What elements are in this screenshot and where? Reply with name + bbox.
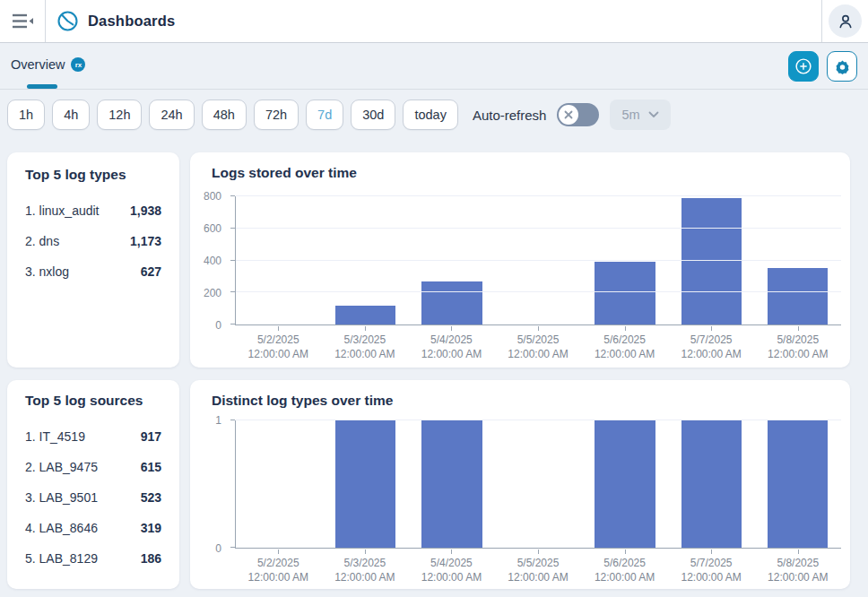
- y-tick-mark: [230, 228, 235, 229]
- bar[interactable]: [421, 281, 482, 324]
- range-button-1h[interactable]: 1h: [7, 100, 45, 130]
- bar-slot: [495, 196, 581, 324]
- y-tick-mark: [230, 291, 235, 292]
- autorefresh-label: Auto-refresh: [473, 108, 547, 123]
- x-tick-label: 5/5/202512:00:00 AM: [495, 549, 582, 584]
- y-tick-mark: [230, 420, 235, 420]
- user-icon: [836, 12, 855, 31]
- user-menu-button[interactable]: [829, 4, 862, 38]
- x-tick-label: 5/2/202512:00:00 AM: [235, 549, 322, 584]
- item-label: 3. LAB_9501: [25, 490, 98, 505]
- x-tick-label: 5/3/202512:00:00 AM: [322, 326, 409, 361]
- sidebar-collapse-button[interactable]: [0, 0, 46, 42]
- bar-slot: [409, 196, 495, 324]
- widget-top-log-sources: Top 5 log sources 1. IT_4519 917 2. LAB_…: [7, 380, 179, 589]
- range-button-48h[interactable]: 48h: [202, 100, 247, 130]
- item-label: 4. LAB_8646: [25, 521, 98, 535]
- y-tick-label: 0: [215, 542, 221, 555]
- chevron-down-icon: [648, 111, 659, 118]
- x-tick-label: 5/6/202512:00:00 AM: [581, 326, 668, 361]
- header-user-area: [821, 0, 868, 42]
- tab-overview-badge: rx: [71, 57, 85, 72]
- list-item: 5. LAB_8129 186: [25, 551, 161, 569]
- y-tick-label: 800: [204, 190, 221, 203]
- tab-overview-label: Overview: [11, 57, 65, 72]
- bar[interactable]: [768, 420, 828, 548]
- x-tick-label: 5/4/202512:00:00 AM: [408, 326, 495, 361]
- range-button-7d[interactable]: 7d: [306, 100, 343, 130]
- add-widget-button[interactable]: [788, 51, 819, 82]
- bar[interactable]: [421, 420, 482, 548]
- x-tick-label: 5/3/202512:00:00 AM: [322, 549, 409, 584]
- list-item: 3. nxlog 627: [25, 264, 161, 282]
- gridline: [236, 195, 841, 196]
- bar[interactable]: [768, 268, 828, 324]
- gridline: [236, 260, 841, 261]
- y-axis: 01: [190, 420, 230, 549]
- x-tick-label: 5/2/202512:00:00 AM: [235, 326, 322, 361]
- widget-logs-stored-over-time: Logs stored over time 0200400600800 5/2/…: [190, 152, 850, 368]
- gridline: [236, 228, 841, 229]
- item-value: 319: [141, 521, 161, 535]
- item-label: 5. LAB_8129: [25, 551, 98, 566]
- chart-bars: [236, 420, 841, 548]
- y-tick-label: 600: [204, 222, 221, 235]
- bar[interactable]: [595, 262, 655, 324]
- refresh-interval-select[interactable]: 5m: [610, 100, 670, 130]
- bar-slot: [322, 196, 408, 324]
- gridline: [236, 420, 841, 420]
- bar[interactable]: [595, 420, 655, 548]
- y-axis: 0200400600800: [190, 196, 230, 325]
- range-button-today[interactable]: today: [403, 100, 457, 130]
- y-tick-mark: [230, 547, 235, 548]
- widget-title: Top 5 log sources: [25, 393, 161, 409]
- autorefresh-toggle[interactable]: [557, 103, 599, 126]
- chart-plot-area: [235, 420, 841, 549]
- bar-slot: [236, 196, 322, 324]
- y-tick-label: 400: [204, 255, 221, 267]
- dashboards-pie-icon: [56, 10, 79, 32]
- item-value: 615: [141, 460, 161, 474]
- bar[interactable]: [335, 420, 395, 548]
- item-value: 917: [141, 429, 161, 444]
- bar-slot: [582, 420, 668, 548]
- x-axis-labels: 5/2/202512:00:00 AM5/3/202512:00:00 AM5/…: [235, 549, 841, 584]
- x-axis-labels: 5/2/202512:00:00 AM5/3/202512:00:00 AM5/…: [235, 326, 841, 361]
- list-item: 1. linux_audit 1,938: [25, 203, 161, 221]
- page-title: Dashboards: [88, 13, 175, 30]
- item-value: 1,938: [130, 203, 161, 218]
- x-tick-label: 5/8/202512:00:00 AM: [754, 549, 841, 584]
- bar-slot: [668, 196, 754, 324]
- bar-slot: [236, 420, 322, 548]
- range-button-24h[interactable]: 24h: [149, 100, 194, 130]
- plus-circle-icon: [794, 56, 813, 76]
- chart-title: Distinct log types over time: [212, 393, 850, 409]
- dashboard-tabbar: Overview rx: [0, 43, 868, 90]
- bar[interactable]: [335, 306, 395, 324]
- range-button-12h[interactable]: 12h: [97, 100, 142, 130]
- autorefresh-toggle-knob: [559, 105, 578, 125]
- range-button-72h[interactable]: 72h: [254, 100, 299, 130]
- range-button-30d[interactable]: 30d: [351, 100, 395, 130]
- gear-icon: [834, 58, 851, 75]
- list-item: 2. LAB_9475 615: [25, 460, 161, 478]
- x-tick-label: 5/8/202512:00:00 AM: [754, 326, 841, 361]
- bar-slot: [755, 420, 841, 548]
- top-log-types-list: 1. linux_audit 1,938 2. dns 1,173 3. nxl…: [25, 203, 161, 282]
- breadcrumb: Dashboards: [56, 10, 175, 32]
- item-label: 1. IT_4519: [25, 429, 85, 444]
- timerange-toolbar: 1h4h12h24h48h72h7d30dtoday Auto-refresh …: [0, 90, 868, 140]
- x-tick-label: 5/7/202512:00:00 AM: [668, 549, 755, 584]
- bar[interactable]: [681, 198, 742, 324]
- chart-bars: [236, 196, 841, 324]
- top-log-sources-list: 1. IT_4519 917 2. LAB_9475 615 3. LAB_95…: [25, 429, 161, 569]
- item-label: 1. linux_audit: [25, 203, 100, 218]
- chart-plot-area: [235, 196, 841, 325]
- range-button-4h[interactable]: 4h: [52, 100, 90, 130]
- tabbar-actions: [788, 51, 857, 82]
- bar-slot: [668, 420, 754, 548]
- active-tab-underline: [27, 84, 57, 89]
- bar[interactable]: [681, 420, 742, 548]
- dashboard-settings-button[interactable]: [827, 51, 857, 82]
- tab-overview[interactable]: Overview rx: [11, 57, 85, 72]
